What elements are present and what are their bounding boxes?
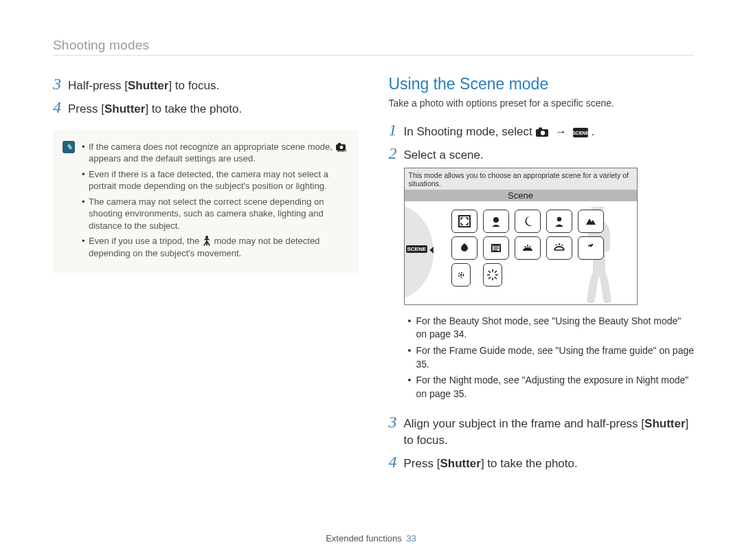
- camera-icon: [535, 126, 549, 137]
- right-step-3: 3 Align your subject in the frame and ha…: [389, 413, 695, 449]
- mode-dial[interactable]: SCENE: [405, 201, 438, 304]
- bullet-item: For the Beauty Shot mode, see "Using the…: [408, 315, 695, 341]
- step-text: Press [Shutter] to take the photo.: [404, 456, 578, 472]
- scene-badge-icon: SCENE: [573, 128, 588, 137]
- note-item: Even if you use a tripod, the mode may n…: [82, 235, 349, 259]
- scene-portrait-icon[interactable]: [546, 210, 572, 233]
- svg-point-7: [541, 131, 545, 135]
- svg-point-12: [556, 217, 561, 221]
- step-number: 3: [53, 75, 68, 93]
- note-text: If the camera does not recognize an appr…: [89, 142, 335, 152]
- note-text: Even if you use a tripod, the: [89, 236, 202, 246]
- step-text: In Shooting mode, select → SCENE .: [404, 124, 595, 140]
- svg-text:SMART: SMART: [337, 149, 348, 152]
- note-item: Even if there is a face detected, the ca…: [82, 168, 349, 192]
- bullet-item: For the Frame Guide mode, see "Using the…: [408, 344, 695, 371]
- note-box: ✎ If the camera does not recognize an ap…: [53, 130, 359, 273]
- scene-close-up-icon[interactable]: [483, 236, 509, 260]
- note-text: appears and the default settings are use…: [89, 153, 256, 164]
- right-step-1: 1 In Shooting mode, select → SCENE .: [389, 121, 695, 140]
- left-column: 3 Half-press [Shutter] to focus. 4 Press…: [53, 75, 359, 476]
- svg-point-15: [588, 245, 589, 247]
- tripod-person-icon: [202, 235, 212, 246]
- left-step-4: 4 Press [Shutter] to take the photo.: [53, 98, 359, 117]
- scene-dial-label: SCENE: [406, 245, 428, 253]
- svg-point-14: [591, 244, 592, 245]
- scene-frame-guide-icon[interactable]: [451, 210, 477, 233]
- scene-body: SCENE: [405, 201, 637, 304]
- svg-point-11: [493, 217, 499, 223]
- dial-arrow-icon: [429, 247, 434, 254]
- left-step-3: 3 Half-press [Shutter] to focus.: [53, 75, 359, 94]
- note-item: If the camera does not recognize an appr…: [82, 141, 349, 165]
- step-number: 4: [389, 453, 404, 471]
- section-subtitle: Take a photo with options preset for a s…: [389, 98, 695, 109]
- note-list: If the camera does not recognize an appr…: [63, 141, 349, 260]
- scene-fireworks-icon[interactable]: [483, 263, 502, 287]
- svg-point-17: [460, 273, 462, 276]
- step-text: Press [Shutter] to take the photo.: [68, 101, 242, 117]
- step-number: 2: [389, 144, 404, 163]
- page-number: 33: [406, 533, 416, 544]
- step-text-pre: Press [: [404, 457, 440, 470]
- smart-auto-icon: SMART: [335, 142, 347, 152]
- step-text-post: ] to take the photo.: [145, 102, 242, 115]
- step-text: Align your subject in the frame and half…: [404, 416, 695, 449]
- page-header: Shooting modes: [53, 38, 694, 56]
- svg-rect-1: [338, 143, 341, 145]
- step-number: 1: [389, 121, 404, 139]
- step-text: Select a scene.: [404, 147, 484, 164]
- section-title: Using the Scene mode: [389, 75, 695, 93]
- step-text-post: .: [592, 125, 595, 138]
- reference-bullets: For the Beauty Shot mode, see "Using the…: [408, 315, 695, 401]
- scene-tab-label: Scene: [405, 190, 637, 201]
- step-text-post: ] to take the photo.: [481, 457, 578, 470]
- note-icon: ✎: [63, 141, 75, 153]
- page-footer: Extended functions 33: [0, 533, 742, 544]
- step-number: 3: [389, 413, 404, 432]
- step-text-pre: Half-press [: [68, 79, 128, 92]
- scene-landscape-icon[interactable]: [451, 236, 477, 260]
- step-text-bold: Shutter: [128, 79, 169, 92]
- right-column: Using the Scene mode Take a photo with o…: [389, 75, 695, 476]
- scene-backlight-icon[interactable]: [451, 263, 471, 287]
- note-item: The camera may not select the correct sc…: [82, 196, 349, 232]
- right-step-4: 4 Press [Shutter] to take the photo.: [389, 453, 695, 472]
- scene-selection-panel: This mode allows you to choose an approp…: [404, 168, 638, 305]
- step-text-bold: Shutter: [440, 457, 481, 470]
- step-text-post: ] to focus.: [168, 79, 219, 92]
- right-step-2: 2 Select a scene.: [389, 144, 695, 164]
- svg-rect-6: [539, 128, 542, 130]
- scene-sunset-icon[interactable]: [546, 236, 572, 260]
- svg-rect-10: [459, 216, 470, 227]
- scene-night-icon[interactable]: [515, 210, 541, 233]
- step-number: 4: [53, 98, 68, 117]
- scene-tip-text: This mode allows you to choose an approp…: [405, 168, 637, 190]
- step-text-pre: In Shooting mode, select: [404, 125, 536, 138]
- arrow-icon: →: [555, 125, 567, 138]
- step-text-pre: Press [: [68, 102, 104, 115]
- scene-grid: [438, 201, 637, 304]
- scene-dawn-icon[interactable]: [578, 236, 604, 260]
- scene-text-icon[interactable]: [515, 236, 541, 260]
- scene-children-icon[interactable]: [578, 210, 604, 233]
- scene-beauty-shot-icon[interactable]: [483, 210, 509, 233]
- footer-label: Extended functions: [326, 533, 402, 544]
- step-text-bold: Shutter: [644, 417, 686, 430]
- step-text: Half-press [Shutter] to focus.: [68, 78, 219, 94]
- svg-text:SCENE: SCENE: [573, 131, 588, 135]
- step-text-pre: Align your subject in the frame and half…: [404, 417, 645, 430]
- bullet-item: For the Night mode, see "Adjusting the e…: [408, 374, 695, 401]
- step-text-bold: Shutter: [104, 102, 146, 115]
